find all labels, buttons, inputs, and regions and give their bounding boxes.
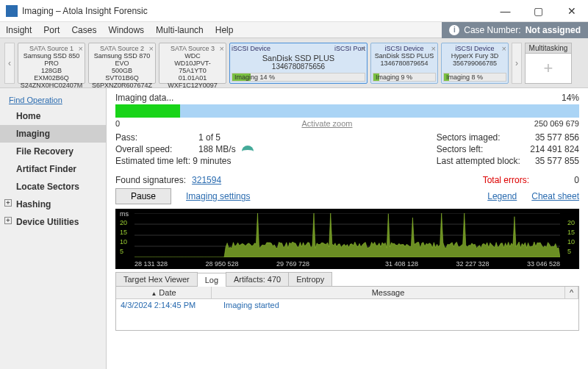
plus-icon[interactable]: + bbox=[525, 53, 572, 84]
sidebar-item-filerecovery[interactable]: File Recovery bbox=[0, 143, 106, 160]
close-button[interactable]: ✕ bbox=[555, 0, 588, 22]
device-sn: S6PXNZ0R607674Z bbox=[90, 82, 154, 89]
sidebar-item-locatesectors[interactable]: Locate Sectors bbox=[0, 178, 106, 196]
sidebar-item-artifactfinder[interactable]: Artifact Finder bbox=[0, 160, 106, 178]
signatures-link[interactable]: 321594 bbox=[192, 175, 221, 185]
case-number[interactable]: i Case Number: Not assigned bbox=[442, 22, 588, 38]
device-sn: WXF1C12Y0097 bbox=[161, 82, 224, 89]
sidebar-item-deviceutilities[interactable]: +Device Utilities bbox=[0, 213, 106, 231]
titlebar: Imaging – Atola Insight Forensic — ▢ ✕ bbox=[0, 0, 588, 22]
device-iscsi-2[interactable]: × iSCSI Device HyperX Fury 3D 3567990667… bbox=[441, 43, 509, 84]
errors-label: Total errors: bbox=[483, 175, 529, 185]
device-port: SATA Source 1 bbox=[20, 45, 83, 52]
device-fw: EXM02B6Q bbox=[20, 74, 83, 82]
menu-windows[interactable]: Windows bbox=[102, 22, 150, 38]
sectors-left: 214 491 824 bbox=[530, 144, 579, 154]
device-cap: 500GB bbox=[90, 67, 154, 74]
device-port: iSCSI Device bbox=[232, 45, 270, 52]
window-controls: — ▢ ✕ bbox=[489, 0, 588, 22]
sidebar-item-home[interactable]: Home bbox=[0, 107, 106, 125]
info-icon: i bbox=[449, 25, 459, 35]
expand-icon[interactable]: + bbox=[4, 199, 12, 207]
cheat-sheet-link[interactable]: Cheat sheet bbox=[531, 191, 579, 201]
device-fw: 01.01A01 bbox=[161, 74, 224, 82]
device-progress: Imaging 8 % bbox=[443, 73, 506, 82]
close-icon[interactable]: × bbox=[79, 44, 83, 53]
tab-hex[interactable]: Target Hex Viewer bbox=[115, 272, 198, 286]
device-scroll-right[interactable]: › bbox=[512, 43, 522, 84]
close-icon[interactable]: × bbox=[220, 44, 224, 53]
window-title: Imaging – Atola Insight Forensic bbox=[22, 6, 489, 16]
menu-help[interactable]: Help bbox=[209, 22, 240, 38]
menu-multilaunch[interactable]: Multi-launch bbox=[150, 22, 209, 38]
chart-unit: ms bbox=[120, 210, 129, 218]
menu-insight[interactable]: Insight bbox=[0, 22, 37, 38]
eta: Estimated time left: 9 minutes bbox=[115, 156, 231, 166]
device-port: SATA Source 3 bbox=[161, 45, 224, 52]
activate-zoom-link[interactable]: Activate zoom bbox=[301, 119, 352, 128]
sidebar: Find Operation Home Imaging File Recover… bbox=[0, 88, 107, 369]
last-block: 35 577 855 bbox=[535, 156, 579, 166]
device-sn: 1346780879654 bbox=[373, 60, 436, 67]
device-sata2[interactable]: × SATA Source 2 Samsung SSD 870 EVO 500G… bbox=[88, 43, 156, 84]
close-icon[interactable]: × bbox=[431, 44, 436, 53]
tab-entropy[interactable]: Entropy bbox=[288, 272, 332, 286]
range-start: 0 bbox=[115, 119, 120, 128]
pass-value: 1 of 5 bbox=[198, 132, 220, 143]
multitask[interactable]: Multitasking + bbox=[525, 43, 572, 84]
col-date[interactable]: ▲ Date bbox=[116, 287, 212, 298]
menu-port[interactable]: Port bbox=[37, 22, 65, 38]
device-sata1[interactable]: × SATA Source 1 Samsung SSD 850 PRO 128G… bbox=[18, 43, 85, 84]
menubar: Insight Port Cases Windows Multi-launch … bbox=[0, 22, 588, 38]
imaging-progress bbox=[115, 104, 579, 118]
gauge-icon bbox=[242, 146, 254, 153]
chart-plot bbox=[135, 213, 560, 257]
sidebar-item-imaging[interactable]: Imaging bbox=[0, 125, 106, 143]
app-icon bbox=[6, 5, 18, 17]
pause-button[interactable]: Pause bbox=[115, 188, 171, 204]
minimize-button[interactable]: — bbox=[489, 0, 522, 22]
main: Find Operation Home Imaging File Recover… bbox=[0, 88, 588, 369]
device-cap: WD10JPVT-75A1YT0 bbox=[161, 60, 224, 74]
log-body[interactable]: 4/3/2024 2:14:45 PM Imaging started bbox=[116, 299, 578, 330]
device-port: SATA Source 2 bbox=[90, 45, 154, 52]
log-tabs: Target Hex Viewer Log Artifacts: 470 Ent… bbox=[115, 272, 579, 287]
close-icon[interactable]: × bbox=[502, 44, 506, 53]
case-number-label: Case Number: bbox=[464, 25, 520, 35]
device-port: iSCSI Device bbox=[443, 45, 506, 52]
tab-artifacts[interactable]: Artifacts: 470 bbox=[226, 272, 289, 286]
col-message[interactable]: Message bbox=[212, 287, 565, 298]
sidebar-item-hashing[interactable]: +Hashing bbox=[0, 196, 106, 213]
chart-xticks: 28 131 32828 950 52829 769 72831 408 128… bbox=[135, 260, 560, 268]
device-scroll-left[interactable]: ‹ bbox=[4, 43, 15, 84]
scroll-up-icon[interactable]: ^ bbox=[565, 287, 578, 298]
range-end: 250 069 679 bbox=[534, 119, 579, 128]
device-iscsi-1[interactable]: × iSCSI Device SanDisk SSD PLUS 13467808… bbox=[370, 43, 438, 84]
imaging-settings-link[interactable]: Imaging settings bbox=[186, 191, 250, 201]
device-iscsi-active[interactable]: iSCSI DeviceiSCSI Port× SanDisk SSD PLUS… bbox=[229, 43, 368, 84]
log-panel: ▲ Date Message ^ 4/3/2024 2:14:45 PM Ima… bbox=[115, 287, 579, 331]
find-operation-link[interactable]: Find Operation bbox=[0, 93, 106, 107]
legend-link[interactable]: Legend bbox=[487, 191, 517, 201]
last-block-label: Last attempted block: bbox=[437, 156, 520, 166]
close-icon[interactable]: × bbox=[361, 44, 365, 53]
device-fw: SVT01B6Q bbox=[90, 74, 154, 82]
menu-cases[interactable]: Cases bbox=[65, 22, 102, 38]
device-sata3[interactable]: × SATA Source 3 WDC WD10JPVT-75A1YT0 01.… bbox=[159, 43, 226, 84]
device-cap: 128GB bbox=[20, 67, 83, 74]
content: Imaging data... 14% 0 Activate zoom 250 … bbox=[107, 88, 588, 369]
device-progress: Imaging 9 % bbox=[373, 73, 436, 82]
errors-value: 0 bbox=[535, 175, 579, 185]
maximize-button[interactable]: ▢ bbox=[522, 0, 555, 22]
log-row[interactable]: 4/3/2024 2:14:45 PM Imaging started bbox=[116, 299, 578, 311]
device-progress: Imaging 14 % bbox=[232, 73, 365, 82]
close-icon[interactable]: × bbox=[149, 44, 154, 53]
imaging-status: Imaging data... bbox=[115, 93, 173, 103]
sectors-imaged-label: Sectors imaged: bbox=[437, 132, 501, 143]
speed-chart: ms 2015105 2015105 28 131 32828 950 5282… bbox=[115, 209, 579, 269]
device-name: SanDisk SSD PLUS bbox=[373, 52, 436, 60]
tab-log[interactable]: Log bbox=[197, 273, 226, 287]
sectors-left-label: Sectors left: bbox=[437, 144, 483, 154]
speed-value: 188 MB/s bbox=[198, 144, 236, 154]
expand-icon[interactable]: + bbox=[4, 217, 12, 224]
